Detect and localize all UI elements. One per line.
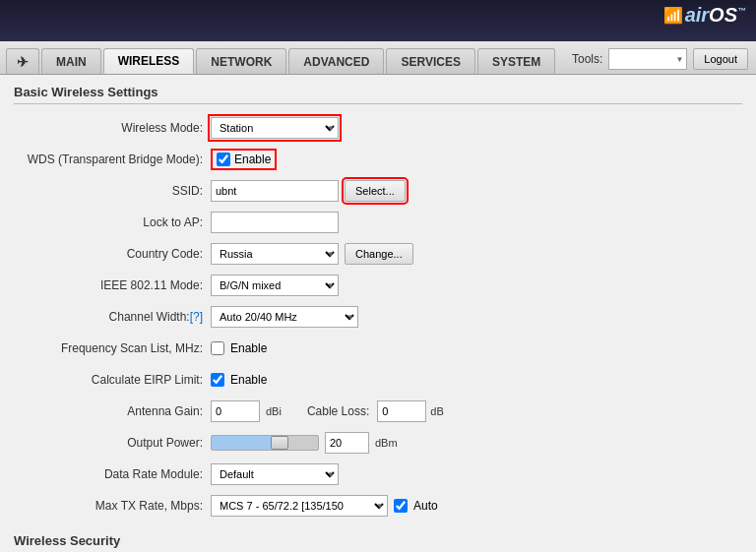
freq-scan-enable-label: Enable	[230, 341, 267, 355]
tools-bar: Tools: Logout	[572, 48, 756, 74]
ieee-mode-label: IEEE 802.11 Mode:	[14, 278, 211, 292]
max-tx-row: Max TX Rate, Mbps: MCS 7 - 65/72.2 [135/…	[14, 494, 742, 518]
data-rate-select[interactable]: Default Custom	[211, 463, 339, 485]
country-code-select[interactable]: Russia United States Germany	[211, 243, 339, 265]
max-tx-select[interactable]: MCS 7 - 65/72.2 [135/150	[211, 495, 388, 517]
tab-main-label: MAIN	[56, 55, 87, 69]
channel-width-select-wrapper[interactable]: Auto 20/40 MHz 20 MHz only 40 MHz	[211, 306, 358, 328]
logo-tm: ™	[737, 6, 746, 16]
tools-label: Tools:	[572, 52, 602, 66]
antenna-gain-input[interactable]	[211, 400, 260, 422]
slider-thumb	[271, 436, 288, 450]
cable-loss-input[interactable]	[377, 400, 426, 422]
antenna-gain-row: Antenna Gain: dBi Cable Loss: dB	[14, 399, 742, 423]
wds-checkbox[interactable]	[217, 153, 230, 166]
data-rate-label: Data Rate Module:	[14, 467, 211, 481]
wireless-mode-select[interactable]: Station Access Point AP-Repeater	[211, 117, 339, 139]
output-power-unit: dBm	[375, 437, 398, 449]
lock-ap-label: Lock to AP:	[14, 215, 211, 229]
wireless-security-title: Wireless Security	[14, 533, 742, 552]
tab-home[interactable]: ✈	[6, 48, 39, 74]
calc-eirp-row: Calculate EIRP Limit: Enable	[14, 368, 742, 392]
lock-ap-input[interactable]	[211, 212, 339, 233]
country-code-control: Russia United States Germany Change...	[211, 243, 413, 265]
ssid-input[interactable]	[211, 180, 339, 202]
tools-select-wrapper[interactable]	[608, 48, 687, 70]
cable-loss-group: Cable Loss: dB	[307, 400, 444, 422]
freq-scan-control: Enable	[211, 341, 267, 355]
ieee-mode-select[interactable]: B/G/N mixed B/G mixed N only	[211, 275, 339, 296]
country-code-select-wrapper[interactable]: Russia United States Germany	[211, 243, 339, 265]
wds-control: Enable	[211, 149, 277, 170]
data-rate-row: Data Rate Module: Default Custom	[14, 462, 742, 486]
output-power-slider[interactable]	[211, 435, 319, 451]
antenna-gain-label: Antenna Gain:	[14, 404, 211, 418]
header: 📶 airOS™	[0, 0, 756, 41]
wifi-icon: 📶	[663, 6, 683, 25]
max-tx-control: MCS 7 - 65/72.2 [135/150 Auto	[211, 495, 438, 517]
calc-eirp-enable-label: Enable	[230, 373, 267, 387]
cable-loss-label: Cable Loss:	[307, 404, 373, 418]
tab-system-label: SYSTEM	[492, 55, 540, 69]
tab-advanced[interactable]: ADVANCED	[288, 48, 384, 74]
tab-system[interactable]: SYSTEM	[477, 48, 555, 74]
ieee-mode-select-wrapper[interactable]: B/G/N mixed B/G mixed N only	[211, 275, 339, 296]
lock-ap-row: Lock to AP:	[14, 211, 742, 234]
channel-width-row: Channel Width:[?] Auto 20/40 MHz 20 MHz …	[14, 305, 742, 329]
output-power-row: Output Power: dBm	[14, 431, 742, 455]
logo: 📶 airOS™	[663, 4, 746, 27]
wds-label: WDS (Transparent Bridge Mode):	[14, 153, 211, 166]
channel-width-label: Channel Width:[?]	[14, 310, 211, 324]
logout-button[interactable]: Logout	[693, 48, 748, 70]
cable-loss-unit: dB	[430, 405, 443, 417]
max-tx-select-wrapper[interactable]: MCS 7 - 65/72.2 [135/150	[211, 495, 388, 517]
wds-row: WDS (Transparent Bridge Mode): Enable	[14, 148, 742, 171]
tab-network[interactable]: NETWORK	[196, 48, 286, 74]
tab-wireless-label: WIRELESS	[118, 54, 180, 68]
wireless-mode-label: Wireless Mode:	[14, 121, 211, 135]
data-rate-control: Default Custom	[211, 463, 339, 485]
tab-main[interactable]: MAIN	[41, 48, 101, 74]
logo-air: air	[685, 4, 709, 26]
country-code-row: Country Code: Russia United States Germa…	[14, 242, 742, 266]
channel-width-select[interactable]: Auto 20/40 MHz 20 MHz only 40 MHz	[211, 306, 358, 328]
country-code-label: Country Code:	[14, 247, 211, 261]
calc-eirp-control: Enable	[211, 373, 267, 387]
ieee-mode-row: IEEE 802.11 Mode: B/G/N mixed B/G mixed …	[14, 274, 742, 297]
ssid-control: Select...	[211, 180, 406, 202]
logo-text: airOS™	[685, 4, 746, 27]
data-rate-select-wrapper[interactable]: Default Custom	[211, 463, 339, 485]
freq-scan-label: Frequency Scan List, MHz:	[14, 341, 211, 355]
output-power-input[interactable]	[325, 432, 369, 454]
antenna-gain-unit: dBi	[266, 405, 282, 417]
calc-eirp-checkbox[interactable]	[211, 373, 224, 387]
tab-advanced-label: ADVANCED	[303, 55, 369, 69]
main-content: Basic Wireless Settings Wireless Mode: S…	[0, 75, 756, 552]
max-tx-auto-checkbox[interactable]	[394, 499, 408, 513]
output-power-control: dBm	[211, 432, 398, 454]
tab-services[interactable]: SERVICES	[386, 48, 474, 74]
freq-scan-checkbox[interactable]	[211, 341, 224, 355]
channel-width-help[interactable]: [?]	[190, 310, 203, 324]
channel-width-control: Auto 20/40 MHz 20 MHz only 40 MHz	[211, 306, 358, 328]
antenna-gain-control: dBi Cable Loss: dB	[211, 400, 444, 422]
tools-select[interactable]	[608, 48, 687, 70]
wireless-mode-select-wrapper[interactable]: Station Access Point AP-Repeater	[211, 117, 339, 139]
ssid-select-button[interactable]: Select...	[345, 180, 406, 202]
freq-scan-row: Frequency Scan List, MHz: Enable	[14, 337, 742, 360]
tab-wireless[interactable]: WIRELESS	[103, 48, 195, 74]
wds-enable-label: Enable	[234, 153, 271, 166]
logo-os: OS	[709, 4, 737, 26]
max-tx-label: Max TX Rate, Mbps:	[14, 499, 211, 513]
wds-checkbox-highlight: Enable	[211, 149, 277, 170]
basic-wireless-title: Basic Wireless Settings	[14, 85, 742, 104]
max-tx-auto-label: Auto	[413, 499, 438, 513]
country-change-button[interactable]: Change...	[345, 243, 413, 265]
wireless-mode-row: Wireless Mode: Station Access Point AP-R…	[14, 116, 742, 140]
output-power-label: Output Power:	[14, 436, 211, 450]
ssid-label: SSID:	[14, 184, 211, 198]
tab-network-label: NETWORK	[211, 55, 272, 69]
ssid-row: SSID: Select...	[14, 179, 742, 203]
nav-bar: ✈ MAIN WIRELESS NETWORK ADVANCED SERVICE…	[0, 41, 756, 75]
lock-ap-control	[211, 212, 339, 233]
